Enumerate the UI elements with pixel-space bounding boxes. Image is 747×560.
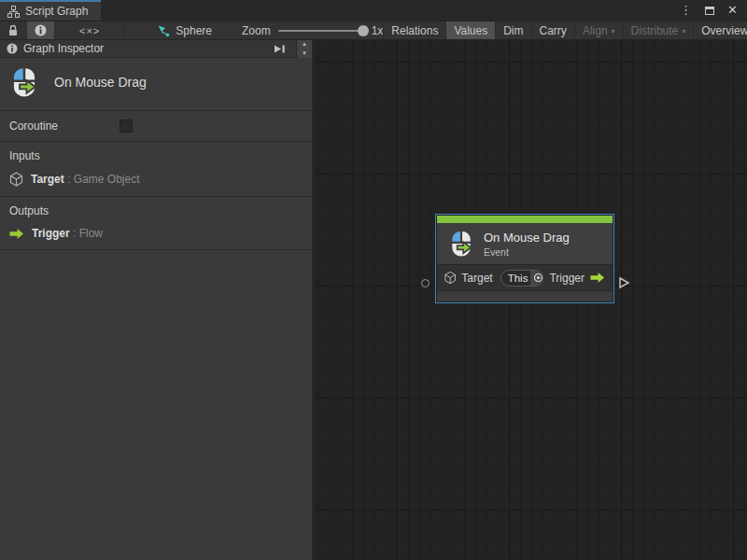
node-subtitle: Event xyxy=(484,246,570,258)
output-name: Trigger xyxy=(32,227,70,240)
graph-toolbar: <×> Sphere Zoom 1x Relations Values Dim … xyxy=(0,21,747,40)
graph-reference[interactable]: Sphere xyxy=(148,21,221,39)
inspector-empty-area xyxy=(0,250,312,560)
script-graph-icon xyxy=(7,6,20,18)
flow-arrow-icon xyxy=(590,272,605,284)
window-controls: ⋮ ✕ xyxy=(680,0,747,21)
node-footer xyxy=(437,291,613,301)
close-icon[interactable]: ✕ xyxy=(727,0,738,21)
node-input-port[interactable] xyxy=(421,279,430,287)
code-view-button[interactable]: <×> xyxy=(55,21,125,39)
object-picker-icon[interactable] xyxy=(530,271,543,286)
unity-script-graph-window: Script Graph ⋮ ✕ <×> xyxy=(0,0,747,560)
graph-inspector-panel: Graph Inspector ▲ ▼ xyxy=(0,40,314,560)
unit-title: On Mouse Drag xyxy=(54,75,147,90)
node-title: On Mouse Drag xyxy=(484,231,570,245)
chevron-down-icon: ▾ xyxy=(612,27,615,35)
node-input-label: Target xyxy=(461,272,492,285)
info-icon xyxy=(35,24,47,36)
outputs-header: Outputs xyxy=(9,204,303,217)
chevron-down-icon: ▾ xyxy=(682,27,685,35)
relations-button[interactable]: Relations xyxy=(383,21,445,39)
target-value-field[interactable]: This xyxy=(500,270,544,287)
window-menu-icon[interactable]: ⋮ xyxy=(680,0,692,21)
inputs-header: Inputs xyxy=(9,149,303,162)
zoom-value: 1x xyxy=(372,24,384,37)
lock-icon xyxy=(7,24,19,36)
coroutine-row: Coroutine xyxy=(0,111,312,142)
tab-title: Script Graph xyxy=(25,5,88,18)
coroutine-checkbox[interactable] xyxy=(120,119,133,133)
output-type: : Flow xyxy=(73,227,103,240)
inputs-section: Inputs Target : Game Object xyxy=(0,142,312,197)
zoom-label: Zoom xyxy=(242,24,271,37)
step-down-button[interactable]: ▼ xyxy=(297,49,312,58)
zoom-slider[interactable] xyxy=(278,30,364,32)
tab-script-graph[interactable]: Script Graph xyxy=(0,0,101,21)
node-output-label: Trigger xyxy=(549,272,585,285)
node-header[interactable]: On Mouse Drag Event xyxy=(437,223,613,264)
target-value: This xyxy=(501,273,531,284)
dock-right-icon xyxy=(274,43,286,55)
inspector-toggle-button[interactable] xyxy=(27,21,55,39)
panel-stepper: ▲ ▼ xyxy=(296,40,312,58)
dock-panel-button[interactable] xyxy=(268,40,290,58)
overview-button[interactable]: Overview xyxy=(693,21,747,39)
carry-button[interactable]: Carry xyxy=(531,21,574,39)
mouse-drag-icon xyxy=(9,67,39,97)
values-button[interactable]: Values xyxy=(445,21,495,39)
node-ports-row: Target This Trigger xyxy=(437,264,613,291)
script-graph-asset-icon xyxy=(157,24,170,37)
graph-name-label: Sphere xyxy=(176,24,212,37)
inspector-title: Graph Inspector xyxy=(23,42,104,55)
node-output-port[interactable] xyxy=(618,276,630,289)
tab-bar: Script Graph ⋮ ✕ xyxy=(0,0,747,21)
graph-canvas[interactable]: On Mouse Drag Event Target This xyxy=(314,40,747,560)
outputs-section: Outputs Trigger : Flow xyxy=(0,197,312,250)
zoom-control: Zoom 1x xyxy=(242,21,383,39)
zoom-slider-handle[interactable] xyxy=(358,25,369,36)
info-icon xyxy=(7,43,18,54)
step-up-button[interactable]: ▲ xyxy=(297,40,312,49)
game-object-cube-icon xyxy=(9,172,23,187)
maximize-icon[interactable] xyxy=(705,7,714,15)
on-mouse-drag-node[interactable]: On Mouse Drag Event Target This xyxy=(436,215,613,302)
game-object-cube-icon xyxy=(444,271,456,285)
unit-title-section: On Mouse Drag xyxy=(0,58,312,111)
mouse-drag-icon xyxy=(448,231,474,257)
trigger-port-group: Trigger xyxy=(549,272,605,285)
input-row-target: Target : Game Object xyxy=(9,172,303,187)
inspector-header: Graph Inspector ▲ ▼ xyxy=(0,40,312,58)
flow-arrow-icon xyxy=(9,228,24,240)
main-area: Graph Inspector ▲ ▼ xyxy=(0,40,747,560)
distribute-button[interactable]: Distribute ▾ xyxy=(623,21,694,39)
output-row-trigger: Trigger : Flow xyxy=(9,227,303,240)
dim-button[interactable]: Dim xyxy=(495,21,530,39)
node-accent-bar xyxy=(437,216,613,223)
toolbar-buttons: Relations Values Dim Carry Align ▾ Distr… xyxy=(383,21,747,39)
input-type: : Game Object xyxy=(67,173,139,186)
input-name: Target xyxy=(31,173,64,186)
lock-button[interactable] xyxy=(0,21,27,39)
coroutine-label: Coroutine xyxy=(9,119,120,133)
align-button[interactable]: Align ▾ xyxy=(574,21,623,39)
code-icon: <×> xyxy=(79,25,100,36)
